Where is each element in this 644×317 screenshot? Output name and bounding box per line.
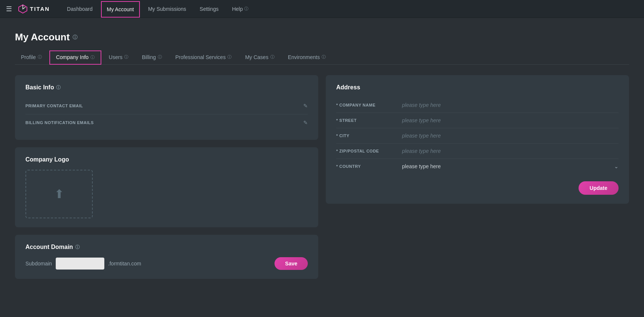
billing-notification-emails-label: BILLING NOTIFICATION EMAILS — [25, 120, 94, 125]
street-row: * STREET — [336, 113, 619, 128]
country-row: * COUNTRY ⌄ — [336, 159, 619, 174]
chevron-down-icon: ⌄ — [614, 163, 619, 169]
content-grid: Basic Info ⓘ PRIMARY CONTACT EMAIL ✎ BIL… — [15, 75, 629, 279]
tab-profile-info-icon: ⓘ — [38, 54, 42, 60]
top-navigation: ☰ TITAN Dashboard My Account My Submissi… — [0, 0, 644, 18]
tab-company-info[interactable]: Company Info ⓘ — [49, 50, 101, 65]
page-body: My Account ⓘ Profile ⓘ Company Info ⓘ Us… — [0, 18, 644, 294]
company-name-row: * COMPANY NAME — [336, 98, 619, 113]
domain-suffix: .formtitan.com — [108, 261, 141, 267]
company-name-label: * COMPANY NAME — [336, 103, 396, 107]
domain-row: Subdomain .formtitan.com Save — [25, 257, 308, 270]
zip-label: * ZIP/POSTAL CODE — [336, 149, 396, 153]
city-label: * CITY — [336, 133, 396, 138]
zip-input[interactable] — [402, 148, 619, 154]
tab-bar: Profile ⓘ Company Info ⓘ Users ⓘ Billing… — [15, 50, 629, 65]
nav-item-dashboard[interactable]: Dashboard — [62, 0, 98, 18]
tab-billing-info-icon: ⓘ — [158, 54, 162, 60]
tab-company-info-info-icon: ⓘ — [91, 55, 95, 60]
tab-environments-info-icon: ⓘ — [322, 54, 326, 60]
address-card: Address * COMPANY NAME * STREET * CITY *… — [326, 75, 629, 204]
update-button[interactable]: Update — [579, 181, 619, 195]
tab-professional-services-info-icon: ⓘ — [227, 54, 231, 60]
country-input[interactable] — [402, 163, 608, 169]
upload-icon: ⬆ — [54, 187, 64, 201]
tab-professional-services[interactable]: Professional Services ⓘ — [169, 51, 238, 64]
company-name-input[interactable] — [402, 102, 619, 108]
hamburger-menu[interactable]: ☰ — [6, 5, 12, 13]
subdomain-label: Subdomain — [25, 261, 52, 267]
city-input[interactable] — [402, 133, 619, 139]
primary-contact-email-row: PRIMARY CONTACT EMAIL ✎ — [25, 98, 308, 114]
left-column: Basic Info ⓘ PRIMARY CONTACT EMAIL ✎ BIL… — [15, 75, 318, 279]
tab-billing[interactable]: Billing ⓘ — [136, 51, 168, 64]
account-domain-card: Account Domain ⓘ Subdomain .formtitan.co… — [15, 235, 318, 279]
basic-info-info-icon: ⓘ — [56, 84, 61, 91]
account-domain-title: Account Domain ⓘ — [25, 244, 308, 250]
nav-item-my-account[interactable]: My Account — [101, 1, 140, 18]
street-label: * STREET — [336, 118, 396, 123]
logo-text: TITAN — [30, 6, 50, 12]
page-title: My Account ⓘ — [15, 31, 629, 43]
tab-profile[interactable]: Profile ⓘ — [15, 51, 48, 64]
basic-info-title: Basic Info ⓘ — [25, 84, 308, 91]
titan-logo-icon — [18, 4, 28, 14]
tab-my-cases[interactable]: My Cases ⓘ — [239, 51, 280, 64]
page-title-info-icon: ⓘ — [73, 34, 77, 41]
tab-users-info-icon: ⓘ — [124, 54, 128, 60]
help-info-icon: ⓘ — [244, 6, 248, 12]
basic-info-card: Basic Info ⓘ PRIMARY CONTACT EMAIL ✎ BIL… — [15, 75, 318, 140]
subdomain-input[interactable] — [56, 258, 104, 270]
city-row: * CITY — [336, 128, 619, 144]
country-label: * COUNTRY — [336, 164, 396, 169]
nav-item-my-submissions[interactable]: My Submissions — [143, 0, 191, 18]
nav-item-settings[interactable]: Settings — [194, 0, 224, 18]
street-input[interactable] — [402, 117, 619, 123]
account-domain-info-icon: ⓘ — [75, 244, 80, 250]
company-logo-card: Company Logo ⬆ — [15, 147, 318, 227]
logo: TITAN — [18, 4, 50, 14]
primary-contact-email-label: PRIMARY CONTACT EMAIL — [25, 104, 83, 108]
billing-notification-emails-row: BILLING NOTIFICATION EMAILS ✎ — [25, 114, 308, 131]
primary-contact-email-edit[interactable]: ✎ — [303, 103, 308, 109]
nav-item-help[interactable]: Help ⓘ — [227, 0, 254, 18]
company-logo-title: Company Logo — [25, 156, 308, 163]
address-title: Address — [336, 84, 619, 91]
tab-my-cases-info-icon: ⓘ — [270, 54, 275, 60]
logo-upload-area[interactable]: ⬆ — [25, 170, 93, 218]
tab-users[interactable]: Users ⓘ — [103, 51, 135, 64]
tab-environments[interactable]: Environments ⓘ — [282, 51, 332, 64]
billing-notification-emails-edit[interactable]: ✎ — [303, 120, 308, 126]
save-button[interactable]: Save — [275, 257, 308, 270]
zip-row: * ZIP/POSTAL CODE — [336, 144, 619, 159]
